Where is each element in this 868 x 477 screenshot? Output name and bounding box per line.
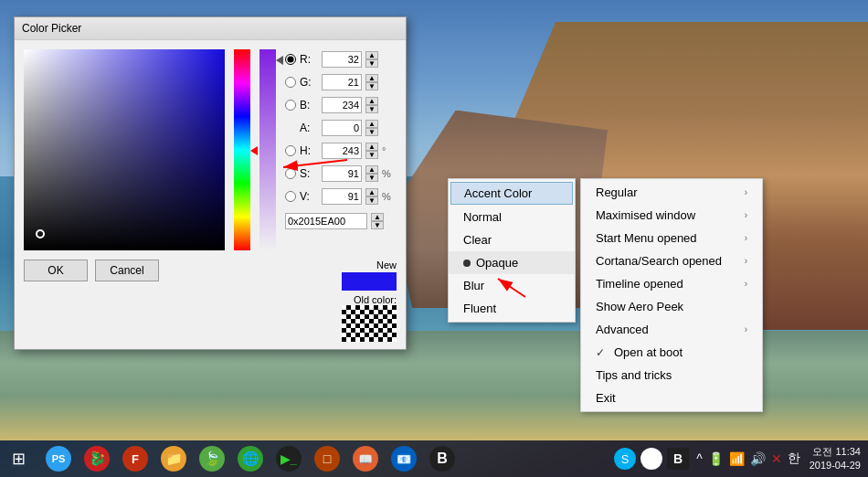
ctx-maximised[interactable]: Maximised window › (581, 204, 762, 227)
v-label: V: (300, 190, 318, 203)
b-spin-down[interactable]: ▼ (365, 105, 378, 113)
g-spin-down[interactable]: ▼ (365, 82, 378, 90)
hex-spin-up[interactable]: ▲ (371, 213, 384, 221)
crosshair-indicator (36, 229, 45, 238)
h-radio[interactable] (285, 145, 296, 156)
taskbar-icon-folder[interactable]: 📁 (155, 441, 192, 476)
tray-network[interactable]: 📶 (729, 451, 745, 466)
open-boot-check: ✓ (596, 346, 609, 359)
a-label: A: (300, 122, 318, 134)
tray-skype[interactable]: S (614, 448, 636, 470)
show-aero-label: Show Aero Peek (596, 300, 683, 313)
ctx-timeline[interactable]: Timeline opened › (581, 272, 762, 295)
tray-volume[interactable]: 🔊 (750, 451, 766, 466)
v-spin-down[interactable]: ▼ (365, 196, 378, 205)
accent-color-submenu: Accent Color Normal Clear Opaque Blur Fl… (448, 178, 576, 323)
ctx-cortana[interactable]: Cortana/Search opened › (581, 249, 762, 272)
r-input[interactable] (322, 51, 362, 68)
taskbar-icon-ebook[interactable]: 📖 (347, 441, 384, 476)
taskbar-icon-outlook[interactable]: 📧 (386, 441, 422, 476)
g-radio[interactable] (285, 77, 296, 88)
hex-spin-down[interactable]: ▼ (371, 221, 384, 229)
ctx-fluent[interactable]: Fluent (449, 297, 575, 320)
cancel-button[interactable]: Cancel (95, 260, 159, 281)
taskbar-icon-terminal[interactable]: ▶_ (270, 441, 307, 476)
tray-lang[interactable]: 한 (788, 450, 800, 467)
tray-icons: S ⊕ B (614, 448, 689, 470)
s-input[interactable] (322, 165, 362, 182)
h-input[interactable] (322, 143, 362, 159)
r-spin-up[interactable]: ▲ (365, 51, 378, 59)
taskbar-clock[interactable]: 오전 11:34 2019-04-29 (810, 445, 861, 473)
s-spin-down[interactable]: ▼ (365, 174, 378, 182)
filezilla-icon: F (122, 446, 148, 472)
tray-battery[interactable]: 🔋 (708, 451, 724, 466)
alpha-slider[interactable] (259, 49, 276, 250)
v-spin-up[interactable]: ▲ (365, 188, 378, 196)
maximised-label: Maximised window (596, 208, 695, 222)
taskbar-icon-browser[interactable]: 🌐 (232, 441, 269, 476)
taskbar-icon-evernote[interactable]: 🍃 (194, 441, 230, 476)
taskbar-icon-app2[interactable]: 🐉 (79, 441, 115, 476)
taskbar-icon-photoshop[interactable]: PS (40, 441, 77, 476)
ctx-blur[interactable]: Blur (449, 274, 575, 297)
a-spin-down[interactable]: ▼ (365, 128, 378, 136)
taskbar-icon-b-app[interactable]: B (424, 441, 460, 476)
ctx-open-boot[interactable]: ✓ Open at boot (581, 341, 762, 364)
h-row: H: ▲ ▼ ° (285, 141, 397, 161)
h-spin-down[interactable]: ▼ (365, 151, 378, 159)
r-label: R: (300, 53, 318, 66)
a-row: A: ▲ ▼ (285, 118, 397, 138)
a-spinbox: ▲ ▼ (365, 120, 378, 136)
terminal-icon: ▶_ (276, 446, 302, 472)
a-spin-up[interactable]: ▲ (365, 120, 378, 128)
ctx-exit[interactable]: Exit (581, 387, 762, 409)
ctx-advanced[interactable]: Advanced › (581, 318, 762, 341)
outlook-icon: 📧 (391, 446, 417, 472)
b-radio[interactable] (285, 100, 296, 111)
taskbar-icon-filezilla[interactable]: F (117, 441, 153, 476)
ctx-normal[interactable]: Normal (449, 206, 575, 228)
ctx-tips[interactable]: Tips and tricks (581, 364, 762, 387)
clock-time: 오전 11:34 (810, 445, 861, 459)
ok-button[interactable]: OK (24, 260, 88, 281)
ctx-show-aero[interactable]: Show Aero Peek (581, 295, 762, 318)
v-radio[interactable] (285, 191, 296, 202)
folder-icon: 📁 (161, 446, 186, 472)
ctx-clear[interactable]: Clear (449, 228, 575, 251)
accent-color-label: Accent Color (464, 186, 532, 200)
color-picker-titlebar: Color Picker (15, 17, 406, 40)
b-spin-up[interactable]: ▲ (365, 97, 378, 105)
tray-b[interactable]: B (667, 448, 689, 470)
fluent-label: Fluent (463, 302, 496, 315)
color-picker-title: Color Picker (22, 22, 81, 35)
taskbar-icon-vm[interactable]: □ (309, 441, 345, 476)
cortana-label: Cortana/Search opened (596, 254, 722, 268)
b-input[interactable] (322, 97, 362, 113)
r-radio[interactable] (285, 54, 296, 65)
ctx-accent-color[interactable]: Accent Color (450, 182, 573, 205)
ctx-opaque[interactable]: Opaque (449, 251, 575, 274)
s-spin-up[interactable]: ▲ (365, 165, 378, 174)
hue-slider[interactable] (234, 49, 250, 250)
h-spin-up[interactable]: ▲ (365, 143, 378, 151)
tray-chrome[interactable]: ⊕ (640, 448, 662, 470)
ctx-regular[interactable]: Regular › (581, 181, 762, 204)
g-spin-up[interactable]: ▲ (365, 74, 378, 82)
new-label: New (376, 260, 397, 270)
start-button[interactable]: ⊞ (0, 440, 37, 477)
maximised-arrow: › (745, 210, 747, 220)
v-spinbox: ▲ ▼ (365, 188, 378, 205)
s-label: S: (300, 167, 318, 180)
ctx-start-menu[interactable]: Start Menu opened › (581, 227, 762, 249)
hex-input[interactable] (285, 213, 367, 229)
r-spin-down[interactable]: ▼ (365, 59, 378, 68)
g-input[interactable] (322, 74, 362, 90)
color-gradient-canvas[interactable] (24, 49, 225, 250)
v-input[interactable] (322, 188, 362, 205)
s-radio[interactable] (285, 168, 296, 179)
tray-close[interactable]: ✕ (771, 451, 782, 466)
tray-expand[interactable]: ^ (696, 451, 703, 466)
a-input[interactable] (322, 120, 362, 136)
taskbar-pinned-icons: PS 🐉 F 📁 🍃 🌐 ▶_ □ 📖 (37, 441, 614, 476)
